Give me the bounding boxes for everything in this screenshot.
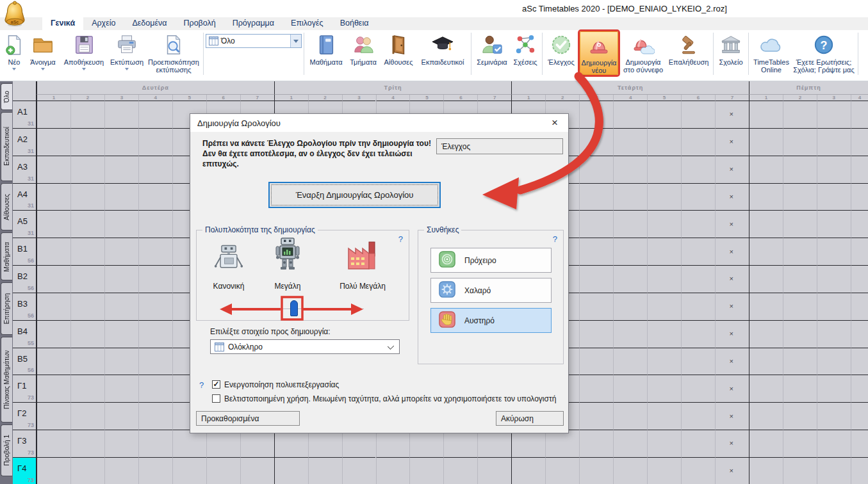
timetable-cell[interactable] (138, 184, 172, 211)
timetable-cell[interactable] (681, 458, 715, 484)
timetable-cell[interactable]: × (715, 238, 749, 266)
timetable-cell[interactable] (851, 101, 868, 129)
timetable-cell[interactable] (37, 293, 70, 321)
timetable-cell[interactable] (104, 348, 138, 376)
timetable-cell[interactable] (851, 211, 868, 238)
timetable-cell[interactable] (783, 375, 817, 403)
timetable-cell[interactable] (409, 458, 443, 484)
timetable-cell[interactable] (851, 458, 868, 484)
timetable-cell[interactable] (647, 430, 681, 458)
timetable-cell[interactable] (647, 156, 681, 184)
timetable-cell[interactable] (138, 266, 172, 293)
timetable-cell[interactable] (138, 375, 172, 403)
timetable-cell[interactable] (37, 458, 70, 484)
asc-bell-icon[interactable]: aSc (3, 1, 27, 30)
timetable-cell[interactable] (138, 403, 172, 430)
timetable-cell[interactable] (70, 458, 104, 484)
view-tab-Πίνακας-Μαθημάτων[interactable]: Πίνακας Μαθημάτων (1, 337, 12, 423)
timetable-cell[interactable]: × (715, 184, 749, 211)
timetable-cell[interactable] (545, 430, 579, 458)
timetable-cell[interactable] (783, 403, 817, 430)
row-header-A4[interactable]: A4 31 (13, 184, 37, 211)
row-header-Γ2[interactable]: Γ2 73 (13, 403, 37, 430)
condition-button-Αυστηρό[interactable]: Αυστηρό (430, 308, 552, 333)
timetable-cell[interactable] (817, 101, 851, 129)
timetable-cell[interactable] (240, 458, 274, 484)
view-tab-Εκπαιδευτικοί[interactable]: Εκπαιδευτικοί (1, 112, 12, 181)
toolbar-button-timetables-online[interactable]: TimeTables Online (751, 30, 792, 74)
timetable-cell[interactable] (104, 375, 138, 403)
timetable-cell[interactable] (579, 321, 613, 348)
timetable-cell[interactable] (104, 458, 138, 484)
timetable-cell[interactable] (817, 129, 851, 156)
timetable-cell[interactable]: × (715, 101, 749, 129)
timetable-cell[interactable] (70, 101, 104, 129)
toolbar-button-print[interactable]: Εκτύπωση (108, 30, 146, 70)
timetable-cell[interactable] (817, 321, 851, 348)
timetable-cell[interactable] (274, 430, 308, 458)
timetable-cell[interactable] (37, 403, 70, 430)
timetable-cell[interactable] (579, 238, 613, 266)
timetable-cell[interactable]: × (715, 403, 749, 430)
timetable-cell[interactable] (647, 321, 681, 348)
timetable-cell[interactable] (647, 293, 681, 321)
toolbar-button-generate-cloud[interactable]: Δημιουργία στο σύννεφο (620, 30, 666, 74)
timetable-cell[interactable] (206, 430, 240, 458)
timetable-cell[interactable] (70, 238, 104, 266)
row-header-B2[interactable]: B2 56 (13, 266, 37, 293)
timetable-cell[interactable] (70, 184, 104, 211)
timetable-cell[interactable] (749, 321, 783, 348)
timetable-cell[interactable] (681, 348, 715, 376)
row-header-Γ1[interactable]: Γ1 73 (13, 375, 37, 403)
timetable-cell[interactable] (477, 458, 511, 484)
timetable-cell[interactable] (613, 211, 647, 238)
view-tab-Μαθήματα[interactable]: Μαθήματα (1, 232, 12, 280)
timetable-cell[interactable]: × (715, 129, 749, 156)
toolbar-button-save[interactable]: Αποθήκευση (60, 30, 108, 70)
timetable-cell[interactable]: × (715, 293, 749, 321)
timetable-cell[interactable] (783, 101, 817, 129)
timetable-cell[interactable] (613, 129, 647, 156)
timetable-cell[interactable] (851, 321, 868, 348)
element-dropdown[interactable]: Ολόκληρο (210, 339, 400, 354)
combo-dropdown-button[interactable] (290, 35, 301, 47)
timetable-cell[interactable] (409, 430, 443, 458)
timetable-cell[interactable] (817, 293, 851, 321)
timetable-cell[interactable] (376, 430, 410, 458)
close-icon[interactable]: × (548, 117, 562, 129)
timetable-cell[interactable] (138, 211, 172, 238)
toolbar-button-verify[interactable]: Επαλήθευση (666, 30, 711, 66)
timetable-cell[interactable] (37, 211, 70, 238)
timetable-cell[interactable] (783, 293, 817, 321)
toolbar-button-school[interactable]: Σχολείο (716, 30, 746, 66)
timetable-cell[interactable] (681, 184, 715, 211)
timetable-cell[interactable] (138, 156, 172, 184)
timetable-cell[interactable] (613, 321, 647, 348)
timetable-cell[interactable] (138, 348, 172, 376)
conditions-help-link[interactable]: ? (553, 234, 557, 244)
complexity-slider-thumb[interactable] (290, 300, 298, 316)
timetable-cell[interactable] (851, 156, 868, 184)
timetable-cell[interactable] (783, 458, 817, 484)
timetable-cell[interactable] (342, 430, 376, 458)
timetable-cell[interactable] (70, 129, 104, 156)
timetable-cell[interactable] (376, 458, 410, 484)
timetable-cell[interactable] (647, 238, 681, 266)
timetable-cell[interactable] (274, 458, 308, 484)
timetable-cell[interactable] (647, 129, 681, 156)
timetable-cell[interactable]: × (715, 375, 749, 403)
timetable-cell[interactable]: × (715, 430, 749, 458)
timetable-cell[interactable] (647, 375, 681, 403)
timetable-cell[interactable] (783, 348, 817, 376)
dropdown-arrow-icon[interactable] (41, 68, 45, 70)
toolbar-button-check[interactable]: Έλεγχος (545, 30, 578, 66)
timetable-cell[interactable] (749, 129, 783, 156)
toolbar-button-subjects[interactable]: Μαθήματα (306, 30, 346, 66)
timetable-cell[interactable] (70, 403, 104, 430)
timetable-cell[interactable] (613, 266, 647, 293)
row-header-A1[interactable]: A1 31 (13, 101, 37, 129)
timetable-cell[interactable] (613, 348, 647, 376)
timetable-cell[interactable]: × (715, 266, 749, 293)
timetable-cell[interactable] (749, 403, 783, 430)
timetable-cell[interactable] (579, 293, 613, 321)
